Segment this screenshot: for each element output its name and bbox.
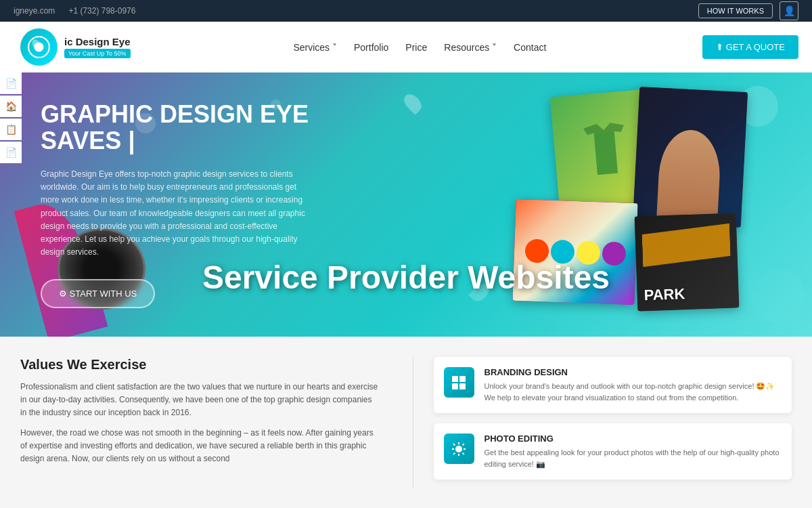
hero-description: Graphic Design Eye offers top-notch grap… (41, 168, 311, 259)
phone-link[interactable]: +1 (732) 798-0976 (68, 6, 135, 16)
values-paragraph-1: Professionalism and client satisfaction … (20, 381, 379, 420)
branding-icon (444, 367, 474, 398)
sidebar-icon-home[interactable]: 🏠 (0, 96, 22, 117)
navigation-bar: ic Design Eye Your Cast Up To 50% Servic… (0, 22, 812, 72)
services-cards: BRANDING DESIGN Unlock your brand's beau… (434, 357, 792, 488)
values-title: Values We Exercise (20, 357, 379, 373)
get-quote-button[interactable]: ⬆ GET A QUOTE (702, 35, 798, 59)
bottom-section: Values We Exercise Professionalism and c… (0, 337, 812, 508)
nav-services[interactable]: Services ˅ (293, 42, 337, 53)
service-card-photo: PHOTO EDITING Get the best appealing loo… (434, 423, 792, 480)
svg-rect-5 (452, 383, 458, 389)
nav-resources[interactable]: Resources ˅ (444, 42, 497, 53)
sidebar-icon-list[interactable]: 📋 (0, 119, 22, 140)
top-bar: igneye.com +1 (732) 798-0976 HOW IT WORK… (0, 0, 812, 22)
sidebar-icon-doc[interactable]: 📄 (0, 72, 22, 94)
hero-image-2 (633, 87, 748, 228)
values-section: Values We Exercise Professionalism and c… (20, 357, 392, 488)
overlay-headline: Service Provider Websites (0, 259, 812, 296)
email-link[interactable]: igneye.com (14, 6, 55, 16)
photo-editing-icon (444, 433, 474, 464)
photo-editing-description: Get the best appealing look for your pro… (484, 447, 782, 469)
nav-contact[interactable]: Contact (514, 42, 546, 53)
svg-point-7 (455, 446, 462, 452)
logo-company-name: ic Design Eye (64, 36, 131, 47)
service-card-branding: BRANDING DESIGN Unlock your brand's beau… (434, 357, 792, 413)
sidebar-icon-doc2[interactable]: 📄 (0, 142, 22, 163)
nav-portfolio[interactable]: Portfolio (354, 42, 388, 53)
svg-rect-3 (452, 376, 458, 382)
photo-editing-title: PHOTO EDITING (484, 433, 782, 444)
svg-rect-4 (459, 376, 466, 382)
logo-badge: Your Cast Up To 50% (64, 49, 131, 58)
logo-area: ic Design Eye Your Cast Up To 50% (14, 25, 137, 69)
nav-links: Services ˅ Portfolio Price Resources ˅ C… (293, 42, 546, 53)
hero-title: GRAPHIC DESIGN EYE SAVES | (41, 101, 311, 154)
hero-section: GRAPHIC DESIGN EYE SAVES | Graphic Desig… (0, 72, 812, 337)
branding-description: Unlock your brand's beauty and outlook w… (484, 381, 782, 403)
user-account-icon[interactable]: 👤 (780, 1, 798, 20)
svg-rect-6 (459, 383, 466, 389)
sidebar-icons: 📄 🏠 📋 📄 (0, 72, 22, 163)
how-it-works-button[interactable]: HOW IT WORKS (698, 3, 773, 18)
hero-content: GRAPHIC DESIGN EYE SAVES | Graphic Desig… (0, 74, 352, 336)
nav-price[interactable]: Price (405, 42, 427, 53)
branding-title: BRANDING DESIGN (484, 367, 782, 377)
logo-icon (20, 28, 58, 66)
values-paragraph-2: However, the road we chose was not smoot… (20, 427, 379, 466)
